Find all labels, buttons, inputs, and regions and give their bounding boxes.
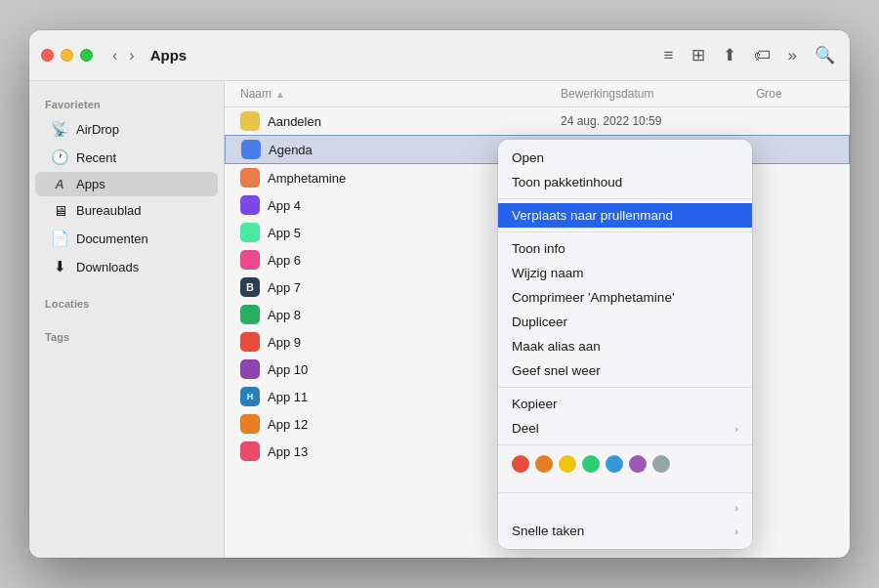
file-icon [240,414,260,434]
file-date: 24 aug. 2022 10:59 [561,114,756,128]
finder-window: ‹ › Apps ≡ ⊞ ⬆ 🏷 » 🔍 Favorieten 📡 AirDro… [29,30,850,558]
tag-color-gray[interactable] [652,455,670,473]
sidebar-item-label: Recent [76,150,116,165]
sidebar-item-apps[interactable]: A Apps [35,172,218,196]
forward-button[interactable]: › [125,45,138,66]
column-date[interactable]: Bewerkingsdatum [561,87,756,101]
context-services[interactable]: Snelle taken › [498,519,752,543]
context-menu: Open Toon pakketinhoud Verplaats naar pr… [498,140,752,549]
context-show-info-label: Toon info [512,241,565,256]
context-make-alias[interactable]: Maak alias aan [498,334,752,358]
airdrop-icon: 📡 [51,120,68,138]
sidebar-item-desktop[interactable]: 🖥 Bureaublad [35,197,218,224]
separator [498,387,752,388]
column-name-label: Naam [240,87,272,101]
sort-arrow: ▲ [275,89,285,100]
nav-arrows: ‹ › [108,45,139,66]
context-rename[interactable]: Wijzig naam [498,261,752,285]
recent-icon: 🕐 [51,148,68,166]
minimize-button[interactable] [61,49,73,62]
context-quick-actions[interactable]: › [498,497,752,519]
downloads-icon: ⬇ [51,258,68,275]
sidebar-item-label: AirDrop [76,122,119,137]
context-show-info[interactable]: Toon info [498,236,752,261]
file-icon [240,111,260,131]
file-icon: B [240,277,260,297]
sidebar-item-airdrop[interactable]: 📡 AirDrop [35,115,218,143]
view-grid-icon[interactable]: ⊞ [689,42,708,68]
window-title: Apps [150,47,188,63]
close-button[interactable] [41,49,54,62]
context-quick-look-label: Geef snel weer [512,363,601,378]
context-show-package[interactable]: Toon pakketinhoud [498,170,752,194]
toolbar-icons: ≡ ⊞ ⬆ 🏷 » 🔍 [661,42,838,68]
context-duplicate-label: Dupliceer [512,315,567,329]
context-compress[interactable]: Comprimeer 'Amphetamine' [498,285,752,310]
column-name[interactable]: Naam ▲ [240,87,561,101]
sidebar-item-recent[interactable]: 🕐 Recent [35,144,218,171]
context-copy[interactable]: Kopieer [498,392,752,416]
context-open-label: Open [512,150,544,165]
sidebar-item-label: Documenten [76,231,148,246]
column-size[interactable]: Groe [756,87,834,101]
tag-color-purple[interactable] [629,455,647,473]
tags-section-label: Tags [29,325,224,347]
file-icon [240,359,260,379]
share-icon[interactable]: ⬆ [720,42,739,68]
context-move-to-trash[interactable]: Verplaats naar prullenmand [498,203,752,228]
content-area: Naam ▲ Bewerkingsdatum Groe Aandelen 24 … [225,81,850,558]
file-icon: H [240,387,260,406]
tag-color-orange[interactable] [535,455,553,473]
separator [498,231,752,232]
separator [498,444,752,445]
tag-colors [498,449,752,479]
tag-icon[interactable]: 🏷 [751,43,774,68]
favorites-section-label: Favorieten [29,93,224,114]
file-icon [240,195,260,215]
locations-section-label: Locaties [29,292,224,314]
context-tags[interactable] [498,479,752,488]
sidebar-item-label: Bureaublad [76,203,142,218]
sidebar-item-label: Downloads [76,260,139,274]
file-icon [240,305,260,324]
context-share-label: Deel [512,421,539,436]
search-icon[interactable]: 🔍 [812,42,838,68]
tag-color-yellow[interactable] [559,455,576,473]
quick-actions-arrow-icon: › [734,502,738,514]
tag-color-green[interactable] [582,455,600,473]
context-duplicate[interactable]: Dupliceer [498,310,752,334]
context-share[interactable]: Deel › [498,416,752,441]
context-services-label: Snelle taken [512,524,584,538]
file-icon [240,223,260,242]
context-make-alias-label: Maak alias aan [512,339,601,354]
table-row[interactable]: Aandelen 24 aug. 2022 10:59 [225,107,850,135]
desktop-icon: 🖥 [51,202,68,219]
traffic-lights [41,49,93,62]
context-compress-label: Comprimeer 'Amphetamine' [512,290,674,305]
separator [498,198,752,199]
view-list-icon[interactable]: ≡ [661,43,677,68]
column-headers: Naam ▲ Bewerkingsdatum Groe [225,81,850,107]
sidebar-item-label: Apps [76,177,105,191]
separator [498,492,752,493]
maximize-button[interactable] [80,49,93,62]
file-icon [241,140,261,159]
context-quick-look[interactable]: Geef snel weer [498,358,752,383]
context-rename-label: Wijzig naam [512,266,584,280]
sidebar-item-documents[interactable]: 📄 Documenten [35,225,218,252]
tag-color-blue[interactable] [606,455,623,473]
context-open[interactable]: Open [498,146,752,170]
more-icon[interactable]: » [785,43,800,68]
sidebar-item-downloads[interactable]: ⬇ Downloads [35,253,218,280]
context-copy-label: Kopieer [512,397,558,411]
context-move-trash-label: Verplaats naar prullenmand [512,208,673,223]
back-button[interactable]: ‹ [108,45,121,66]
titlebar: ‹ › Apps ≡ ⊞ ⬆ 🏷 » 🔍 [29,30,850,81]
main-area: Favorieten 📡 AirDrop 🕐 Recent A Apps 🖥 B… [29,81,850,558]
apps-icon: A [51,177,68,191]
file-name: Aandelen [268,114,561,129]
tag-color-red[interactable] [512,455,529,473]
file-icon [240,441,260,461]
file-icon [240,332,260,352]
share-arrow-icon: › [734,423,738,435]
